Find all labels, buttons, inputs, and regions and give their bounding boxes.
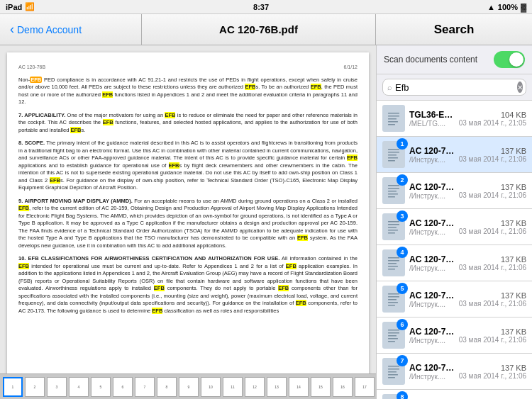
result-text: AC 120-76B.pdf/Инструк.... — [409, 182, 456, 200]
result-badge: 7 — [397, 355, 408, 366]
thumb-7[interactable]: 7 — [135, 377, 155, 397]
search-icon: ⌕ — [387, 83, 392, 91]
thumb-12[interactable]: 12 — [245, 377, 265, 397]
thumb-15[interactable]: 15 — [311, 377, 331, 397]
result-text: TGL36-EFBs.pdf/MEL/TG.... — [409, 110, 456, 128]
scan-row: Scan documents content — [377, 45, 532, 74]
search-clear-button[interactable]: ✕ — [517, 82, 523, 93]
svg-rect-3 — [388, 118, 397, 120]
thumb-3[interactable]: 3 — [47, 377, 67, 397]
thumb-11[interactable]: 11 — [223, 377, 243, 397]
search-panel: Scan documents content ⌕ ✕ TGL36-EFBs.pd… — [376, 45, 532, 399]
battery-label: 100% — [498, 3, 518, 11]
nav-center: AC 120-76B.pdf — [142, 14, 376, 45]
thumb-16[interactable]: 16 — [333, 377, 353, 397]
scan-toggle[interactable] — [494, 51, 525, 68]
result-badge: 5 — [397, 283, 408, 294]
thumb-14[interactable]: 14 — [289, 377, 309, 397]
result-text: AC 120-76B.pdf/Инструк.... — [409, 363, 456, 381]
result-icon: 6 — [382, 322, 405, 349]
result-text: AC 120-76B.pdf/Инструк.... — [409, 146, 456, 164]
thumb-8[interactable]: 8 — [157, 377, 177, 397]
svg-rect-5 — [388, 124, 395, 125]
back-button[interactable]: ‹ Demo Account — [6, 19, 86, 40]
thumb-4[interactable]: 4 — [69, 377, 89, 397]
svg-rect-2 — [388, 116, 399, 117]
results-list[interactable]: TGL36-EFBs.pdf/MEL/TG....104 KB03 мая 20… — [377, 101, 532, 399]
doc-para-0: Non-EFB PED compliance is in accordance … — [18, 77, 358, 106]
result-icon — [382, 105, 405, 132]
result-item[interactable]: TGL36-EFBs.pdf/MEL/TG....104 KB03 мая 20… — [377, 101, 532, 137]
result-item[interactable]: 4AC 120-76B.pdf/Инструк....137 KB03 мая … — [377, 245, 532, 281]
result-icon: 3 — [382, 213, 405, 240]
thumb-13[interactable]: 13 — [267, 377, 287, 397]
svg-rect-23 — [388, 232, 395, 234]
thumb-9[interactable]: 9 — [179, 377, 199, 397]
thumb-2[interactable]: 2 — [25, 377, 45, 397]
svg-rect-29 — [388, 269, 395, 270]
svg-rect-11 — [388, 160, 395, 162]
result-item[interactable]: 2AC 120-76B.pdf/Инструк....137 KB03 мая … — [377, 173, 532, 209]
status-bar: iPad 📶 8:37 ▲ 100% ▓ — [0, 0, 532, 14]
svg-rect-47 — [388, 377, 395, 378]
svg-rect-27 — [388, 263, 397, 264]
search-input[interactable] — [395, 82, 514, 93]
result-name: AC 120-76B.pdf — [409, 254, 456, 264]
svg-rect-25 — [388, 257, 399, 259]
svg-rect-19 — [388, 221, 399, 223]
doc-title: AC 120-76B.pdf — [219, 23, 298, 35]
result-text: AC 120-76B.pdf/Инструк.... — [409, 327, 456, 344]
status-bar-right: ▲ 100% ▓ — [487, 3, 526, 11]
thumb-17[interactable]: 17 — [355, 377, 375, 397]
svg-rect-21 — [388, 227, 397, 228]
result-icon: 4 — [382, 249, 405, 276]
result-item[interactable]: 1AC 120-76B.pdf/Инструк....137 KB03 мая … — [377, 137, 532, 173]
doc-meta-left: AC 120-76B — [18, 64, 45, 71]
result-item[interactable]: 3AC 120-76B.pdf/Инструк....137 KB03 мая … — [377, 209, 532, 245]
thumb-10[interactable]: 10 — [201, 377, 221, 397]
wifi-icon: 📶 — [25, 2, 35, 11]
result-text: AC 120-76B.pdf/Инструк.... — [409, 218, 456, 236]
result-meta: 137 KB03 мая 2014 г., 21:06 — [459, 219, 526, 235]
doc-page: AC 120-76B 6/1/12 Non-EFB PED compliance… — [7, 52, 369, 373]
svg-rect-37 — [388, 330, 399, 331]
result-meta: 137 KB03 мая 2014 г., 21:06 — [459, 291, 526, 308]
doc-body: Non-EFB PED compliance is in accordance … — [18, 77, 358, 315]
result-icon: 1 — [382, 141, 405, 168]
doc-para-1: 7. APPLICABILITY. One of the major motiv… — [18, 112, 358, 135]
result-meta: 137 KB03 мая 2014 г., 21:06 — [459, 364, 526, 380]
doc-viewer[interactable]: AC 120-76B 6/1/12 Non-EFB PED compliance… — [0, 45, 376, 373]
search-panel-title: Search — [434, 23, 475, 37]
doc-para-3: 9. AIRPORT MOVING MAP DISPLAY (AMMD). Fo… — [18, 198, 358, 250]
result-badge: 8 — [397, 391, 408, 399]
thumb-6[interactable]: 6 — [113, 377, 133, 397]
thumb-5[interactable]: 5 — [91, 377, 111, 397]
main-area: AC 120-76B 6/1/12 Non-EFB PED compliance… — [0, 45, 532, 399]
result-item[interactable]: 7AC 120-76B.pdf/Инструк....137 KB03 мая … — [377, 354, 532, 390]
result-item[interactable]: 5AC 120-76B.pdf/Инструк....137 KB03 мая … — [377, 281, 532, 317]
result-sub: /Инструк.... — [409, 373, 456, 381]
svg-rect-1 — [388, 113, 399, 114]
doc-para-2: 8. SCOPE. The primary intent of the guid… — [18, 140, 358, 192]
result-date: 03 мая 2014 г., 21:06 — [459, 155, 526, 163]
doc-viewer-panel: AC 120-76B 6/1/12 Non-EFB PED compliance… — [0, 45, 376, 399]
result-meta: 104 KB03 мая 2014 г., 21:05 — [459, 111, 526, 127]
result-name: AC 120-76B.pdf — [409, 291, 456, 300]
result-item[interactable]: 6AC 120-76B.pdf/Инструк....137 KB03 мая … — [377, 317, 532, 354]
result-size: 137 KB — [459, 291, 526, 300]
result-item[interactable]: 8AC 120-76B.pdf/Инструк....137 KB03 мая … — [377, 390, 532, 399]
svg-rect-40 — [388, 338, 398, 339]
result-badge: 4 — [397, 247, 408, 258]
svg-rect-15 — [388, 191, 397, 192]
svg-rect-16 — [388, 193, 398, 195]
svg-rect-8 — [388, 152, 399, 153]
result-name: AC 120-76B.pdf — [409, 327, 456, 337]
svg-rect-33 — [388, 299, 397, 300]
thumb-1[interactable]: 1 — [3, 377, 23, 397]
result-date: 03 мая 2014 г., 21:06 — [459, 191, 526, 199]
svg-rect-46 — [388, 374, 398, 376]
result-sub: /Инструк.... — [409, 156, 456, 164]
result-date: 03 мая 2014 г., 21:06 — [459, 372, 526, 380]
result-sub: /Инструк.... — [409, 264, 456, 272]
result-badge: 1 — [397, 138, 408, 150]
